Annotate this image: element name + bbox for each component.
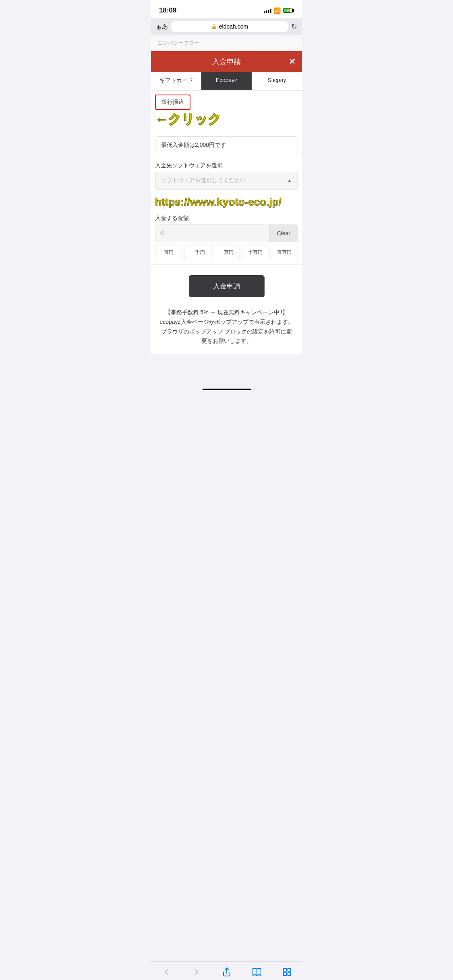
notice-section: 【事務手数料 5% → 現在無料キャンペーン中!!】ecopayz入金ページがポ… [151, 304, 302, 354]
watermark: https://www.kyoto-eco.jp/ [151, 194, 302, 211]
status-time: 18:09 [159, 6, 176, 14]
denomination-buttons: 百円 一千円 一万円 十万円 百万円 [155, 245, 298, 260]
submit-section: 入金申請 [151, 269, 302, 304]
status-bar: 18:09 📶 ⚡ [151, 0, 302, 18]
click-arrow-label: ←クリック [155, 111, 221, 128]
select-arrow-icon: ▲ [287, 178, 292, 183]
signal-icon [264, 8, 271, 13]
submit-button[interactable]: 入金申請 [189, 275, 265, 297]
click-annotation: ←クリック [151, 110, 302, 132]
software-select-placeholder: ソフトウェアを選択してください [161, 177, 246, 184]
refresh-icon[interactable]: ↻ [291, 22, 297, 31]
denom-100[interactable]: 百円 [155, 245, 182, 260]
denom-1000[interactable]: 一千円 [184, 245, 211, 260]
home-indicator [151, 386, 302, 392]
modal-title: 入金申請 [212, 57, 241, 66]
url-text: eldoah.com [219, 23, 248, 30]
notice-text: 【事務手数料 5% → 現在無料キャンペーン中!!】ecopayz入金ページがポ… [159, 309, 293, 344]
status-icons: 📶 ⚡ [264, 7, 294, 14]
url-bar[interactable]: 🔒 eldoah.com [171, 21, 288, 32]
page-content: エンバシーフロー 入金申請 ✕ ギフトカード Ecopayz Sticpay 銀… [151, 35, 302, 354]
clear-button[interactable]: Clear [269, 225, 298, 242]
subtab-bank-transfer[interactable]: 銀行振込 [155, 95, 190, 110]
tab-sticpay[interactable]: Sticpay [252, 72, 302, 90]
home-bar [203, 389, 251, 390]
min-deposit-text: 最低入金額は2,000円です [161, 142, 226, 148]
denom-10000[interactable]: 一万円 [213, 245, 240, 260]
wifi-icon: 📶 [274, 7, 281, 14]
amount-input-row: Clear [155, 224, 298, 242]
modal-close-button[interactable]: ✕ [289, 57, 296, 66]
denom-1000000[interactable]: 百万円 [271, 245, 298, 260]
tabs-row: ギフトカード Ecopayz Sticpay [151, 72, 302, 91]
software-select[interactable]: ソフトウェアを選択してください ▲ [155, 172, 298, 189]
watermark-text: https://www.kyoto-eco.jp/ [155, 196, 281, 208]
subtabs-row: 銀行振込 [151, 91, 302, 110]
divider [151, 264, 302, 265]
top-strip: エンバシーフロー [151, 35, 302, 51]
software-section-label: 入金先ソフトウェアを選択 [151, 158, 302, 172]
browser-aa-button[interactable]: ぁあ [156, 23, 168, 31]
modal-header: 入金申請 ✕ [151, 51, 302, 72]
browser-bar: ぁあ 🔒 eldoah.com ↻ [151, 18, 302, 35]
info-box: 最低入金額は2,000円です [155, 136, 298, 154]
amount-label: 入金する金額 [151, 211, 302, 224]
lock-icon: 🔒 [211, 24, 217, 29]
denom-100000[interactable]: 十万円 [242, 245, 269, 260]
tab-gift-card[interactable]: ギフトカード [151, 72, 201, 90]
amount-input[interactable] [155, 225, 269, 242]
battery-icon: ⚡ [283, 8, 294, 13]
tab-ecopayz[interactable]: Ecopayz [201, 72, 252, 90]
